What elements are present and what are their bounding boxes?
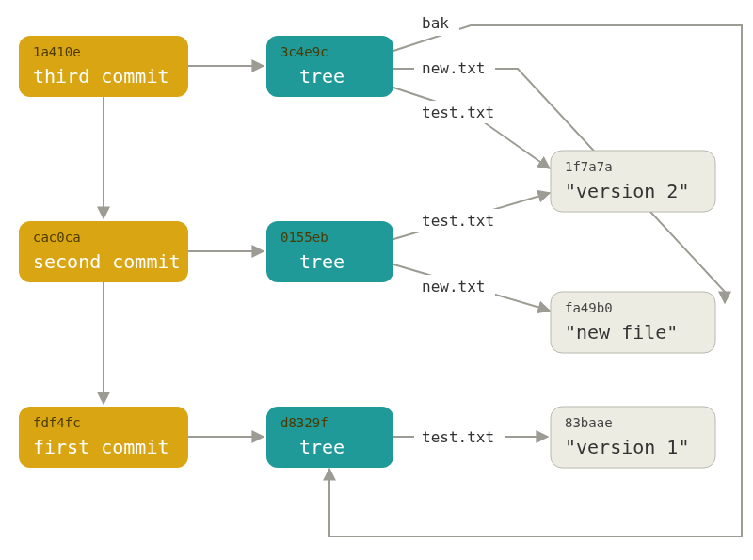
svg-text:cac0ca: cac0ca <box>33 230 81 245</box>
edge-label-d8329f-testtxt: test.txt <box>414 425 505 448</box>
svg-text:third commit: third commit <box>33 65 169 88</box>
svg-text:new.txt: new.txt <box>422 278 485 296</box>
commit-cac0ca: cac0ca second commit <box>19 221 188 282</box>
blob-fa49b0: fa49b0 "new file" <box>551 292 715 353</box>
blob-1f7a7a: 1f7a7a "version 2" <box>551 151 715 212</box>
svg-text:bak: bak <box>422 14 449 32</box>
svg-text:"version 1": "version 1" <box>565 436 689 458</box>
edge-label-bak: bak <box>414 11 459 36</box>
svg-text:test.txt: test.txt <box>422 428 494 446</box>
svg-text:fdf4fc: fdf4fc <box>33 415 81 430</box>
svg-text:tree: tree <box>299 65 344 88</box>
git-object-graph: bak new.txt test.txt test.txt new.txt te… <box>0 0 753 560</box>
edge-label-0155eb-newtxt: new.txt <box>414 275 495 297</box>
svg-text:"version 2": "version 2" <box>565 180 689 202</box>
svg-text:tree: tree <box>299 436 344 458</box>
edge-label-3c4e9c-testtxt: test.txt <box>414 101 505 123</box>
svg-text:0155eb: 0155eb <box>280 230 328 245</box>
tree-0155eb: 0155eb tree <box>266 221 393 282</box>
edge-labels: bak new.txt test.txt test.txt new.txt te… <box>414 11 505 448</box>
tree-3c4e9c: 3c4e9c tree <box>266 36 393 97</box>
svg-text:first commit: first commit <box>33 436 169 458</box>
svg-text:3c4e9c: 3c4e9c <box>280 44 328 59</box>
svg-text:"new file": "new file" <box>565 321 678 344</box>
svg-text:1a410e: 1a410e <box>33 44 81 59</box>
edge-3c4e9c-testtxt-1f7a7a <box>391 87 550 168</box>
edge-label-3c4e9c-newtxt: new.txt <box>414 56 495 79</box>
svg-text:test.txt: test.txt <box>422 212 494 230</box>
tree-d8329f: d8329f tree <box>266 407 393 468</box>
svg-text:83baae: 83baae <box>565 415 613 430</box>
blob-83baae: 83baae "version 1" <box>551 407 715 468</box>
commit-1a410e: 1a410e third commit <box>19 36 188 97</box>
svg-text:tree: tree <box>299 250 344 273</box>
svg-text:test.txt: test.txt <box>422 104 494 121</box>
svg-text:second commit: second commit <box>33 250 181 273</box>
svg-text:new.txt: new.txt <box>422 59 485 77</box>
svg-text:1f7a7a: 1f7a7a <box>565 159 613 174</box>
edge-label-0155eb-testtxt: test.txt <box>414 209 505 232</box>
svg-text:d8329f: d8329f <box>280 415 328 430</box>
commit-fdf4fc: fdf4fc first commit <box>19 407 188 468</box>
svg-text:fa49b0: fa49b0 <box>565 300 613 315</box>
